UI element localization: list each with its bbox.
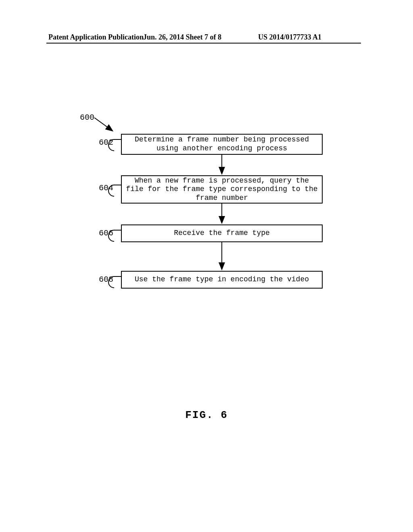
figure-caption: FIG. 6 [0, 409, 413, 421]
lead-line-604 [108, 185, 114, 196]
header-publication-type: Patent Application Publication [48, 33, 144, 42]
flowchart-connectors [0, 113, 413, 314]
lead-line-600 [94, 118, 112, 131]
header-rule [46, 43, 361, 44]
header-date-sheet: Jun. 26, 2014 Sheet 7 of 8 [143, 33, 221, 42]
lead-line-602 [108, 139, 114, 151]
header-publication-number: US 2014/0177733 A1 [258, 33, 321, 42]
lead-line-608 [108, 276, 114, 288]
lead-line-606 [108, 230, 114, 241]
page: Patent Application Publication Jun. 26, … [0, 0, 413, 532]
